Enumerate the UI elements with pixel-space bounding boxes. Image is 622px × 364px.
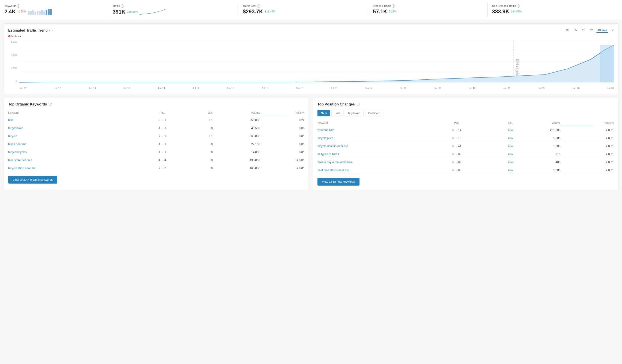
non-branded-traffic-change: 244.86%: [511, 10, 522, 13]
main-content: Estimated Traffic Trend i 1M 6M 1Y 2Y Al…: [0, 20, 622, 194]
keyword-link[interactable]: bikes near me: [8, 142, 26, 146]
top-metrics-bar: Keywords i 2.4K -1.63% Traffic: [0, 0, 622, 20]
position-change-row: bicycle dealers near me → 41 new 1,000 <…: [317, 142, 614, 150]
volume-cell: 27,100: [213, 140, 260, 148]
x-label-jul12: Jul 12: [54, 87, 61, 89]
position-change-row: best bike shops near me → 85 new 1,300 <…: [317, 166, 614, 174]
keywords-info-icon[interactable]: i: [17, 4, 20, 8]
top-position-changes-card: Top Position Changes i New Lost Improved…: [313, 98, 619, 190]
traffic-cell: 0.01: [260, 148, 305, 156]
keyword-row: bike 2 → 1 ↑ 1 550,000 0.22: [8, 116, 305, 124]
pc-diff-cell: new: [477, 142, 513, 150]
y-label-400k: 400K: [8, 54, 17, 56]
keyword-link[interactable]: target bicycles: [8, 150, 27, 154]
chart-info-icon[interactable]: i: [49, 29, 53, 32]
x-axis: Jan 12 Jul 12 Jan 13 Jul 13 Jan 14 Jul 1…: [19, 87, 614, 89]
keyword-cell: target bikes: [8, 124, 141, 132]
traffic-value: 391K: [113, 9, 125, 15]
svg-rect-7: [600, 45, 614, 82]
filter-all-time[interactable]: All time: [596, 28, 608, 33]
diff-cell: 0: [183, 164, 213, 172]
traffic-chart-area: 600K 400K 200K 0 Database growth: [8, 40, 614, 89]
keyword-row: bicycle shop near me 7 → 7 0 165,000 < 0…: [8, 164, 305, 172]
keyword-cell: bikes near me: [8, 140, 141, 148]
tab-new[interactable]: New: [317, 110, 330, 116]
keyword-link[interactable]: target bikes: [8, 126, 23, 130]
position-changes-table: Keyword Pos. Diff. Volume Traffic % wome…: [317, 120, 614, 174]
metric-traffic: Traffic i 391K 158.83%: [108, 3, 238, 17]
volume-cell: 550,000: [213, 116, 260, 124]
pc-keyword-link[interactable]: all types of bikes: [317, 153, 339, 156]
x-label-jul14: Jul 14: [193, 87, 199, 89]
keyword-row: target bikes 1 → 1 0 49,500 0.03: [8, 124, 305, 132]
view-all-new-keywords-button[interactable]: View all 18 new keywords: [317, 178, 359, 186]
pc-keyword-cell: all types of bikes: [317, 150, 436, 158]
keyword-link[interactable]: bicycle shop near me: [8, 166, 36, 170]
traffic-cost-info-icon[interactable]: i: [257, 4, 260, 8]
pc-keyword-cell: womens bike: [317, 126, 436, 134]
keyword-link[interactable]: bike store near me: [8, 158, 32, 162]
tab-improved[interactable]: Improved: [345, 110, 364, 116]
diff-cell: 0: [183, 148, 213, 156]
x-label-jan14: Jan 14: [157, 87, 165, 89]
pc-volume-cell: 1,600: [513, 134, 560, 142]
pc-keyword-cell: how to buy a mountain bike: [317, 158, 436, 166]
chart-title-text: Estimated Traffic Trend: [8, 28, 48, 33]
top-keywords-title-text: Top Organic Keywords: [8, 102, 47, 106]
metric-branded-traffic: Branded Traffic i 57.1K 5.28%: [369, 3, 488, 17]
filter-2y[interactable]: 2Y: [589, 28, 594, 33]
x-label-jul19: Jul 19: [538, 87, 544, 89]
x-label-jan17: Jan 17: [365, 87, 372, 89]
traffic-cell: < 0.01: [260, 156, 305, 164]
pc-th-traffic: Traffic %: [560, 120, 614, 126]
pc-keyword-link[interactable]: bicycle dealers near me: [317, 144, 348, 148]
pc-keyword-link[interactable]: how to buy a mountain bike: [317, 160, 353, 164]
pc-traffic-cell: < 0.01: [560, 166, 614, 174]
pc-keyword-link[interactable]: bicycle price: [317, 136, 333, 140]
view-all-keywords-button[interactable]: View all 2.4K organic keywords: [8, 176, 57, 184]
non-branded-traffic-label: Non-Branded Traffic: [492, 4, 516, 8]
diff-cell: ↑ 1: [183, 116, 213, 124]
diff-cell: 0: [183, 124, 213, 132]
branded-traffic-info-icon[interactable]: i: [392, 4, 395, 8]
x-label-jan15: Jan 15: [227, 87, 234, 89]
pc-diff-cell: new: [477, 150, 513, 158]
traffic-info-icon[interactable]: i: [121, 4, 124, 8]
pc-diff-cell: new: [477, 158, 513, 166]
position-changes-title-text: Top Position Changes: [317, 102, 355, 106]
pos-cell: 1 → 1: [141, 140, 183, 148]
volume-cell: 368,000: [213, 132, 260, 140]
pc-volume-cell: 1,300: [513, 166, 560, 174]
filter-6m[interactable]: 6M: [573, 28, 578, 33]
position-changes-header: Keyword Pos. Diff. Volume Traffic %: [317, 120, 614, 126]
keyword-cell: bicycle shop near me: [8, 164, 141, 172]
pos-dot: [452, 145, 454, 147]
pc-keyword-link[interactable]: womens bike: [317, 128, 334, 132]
close-chart-button[interactable]: ×: [611, 28, 614, 33]
position-changes-info-icon[interactable]: i: [357, 103, 360, 106]
keywords-table: Keyword Pos. Diff. Volume Traffic % bike…: [8, 110, 305, 172]
top-keywords-info-icon[interactable]: i: [49, 103, 52, 106]
keyword-link[interactable]: bike: [8, 118, 14, 122]
y-axis: 600K 400K 200K 0: [8, 40, 18, 83]
traffic-cost-value: $293.7K: [243, 8, 263, 15]
keywords-change: -1.63%: [18, 10, 26, 13]
th-pos: Pos.: [141, 110, 183, 116]
keyword-link[interactable]: bicycle: [8, 134, 17, 138]
traffic-change: 158.83%: [127, 10, 138, 13]
filter-1y[interactable]: 1Y: [581, 28, 586, 33]
non-branded-traffic-info-icon[interactable]: i: [517, 4, 520, 8]
tab-declined[interactable]: Declined: [365, 110, 383, 116]
keyword-row: target bicycles 1 → 1 0 14,800 0.01: [8, 148, 305, 156]
notes-button[interactable]: Notes ▾: [8, 35, 614, 38]
pc-keyword-link[interactable]: best bike shops near me: [317, 169, 349, 172]
tab-lost[interactable]: Lost: [331, 110, 344, 116]
th-volume: Volume: [213, 110, 260, 116]
traffic-cell: < 0.01: [260, 164, 305, 172]
filter-1m[interactable]: 1M: [564, 28, 570, 33]
pos-dot: [452, 129, 454, 131]
notes-chevron-icon: ▾: [20, 35, 21, 38]
pos-cell: 2 → 1: [141, 116, 183, 124]
x-label-jul20: Jul 20: [607, 87, 614, 89]
pc-volume-cell: 1,000: [513, 142, 560, 150]
